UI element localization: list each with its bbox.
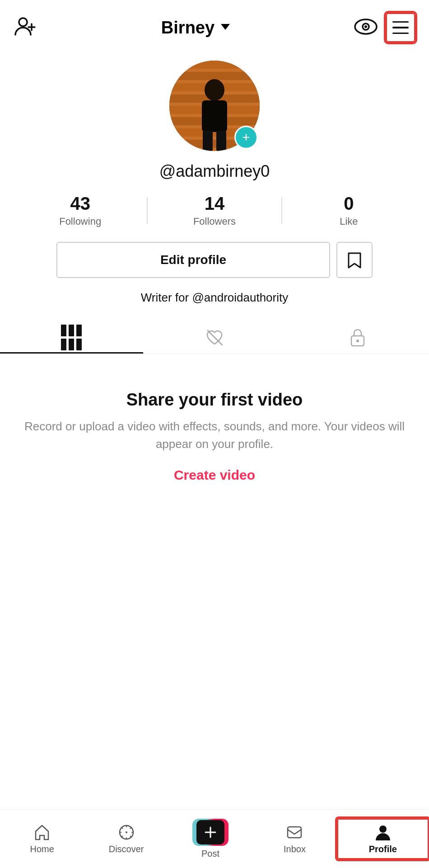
header-title[interactable]: Birney xyxy=(161,18,230,38)
lock-icon xyxy=(350,328,366,347)
profile-icon xyxy=(374,823,392,841)
header-left xyxy=(14,15,37,40)
menu-line-3 xyxy=(392,33,409,34)
profile-section: + @adambirney0 43 Following 14 Followers… xyxy=(0,52,429,321)
bio: Writer for @androidauthority xyxy=(141,291,289,305)
svg-rect-16 xyxy=(202,100,227,132)
likes-count: 0 xyxy=(344,193,354,214)
home-icon xyxy=(33,823,51,841)
menu-line-1 xyxy=(392,21,409,23)
likes-stat[interactable]: 0 Like xyxy=(282,193,415,227)
edit-profile-button[interactable]: Edit profile xyxy=(56,242,330,278)
menu-button[interactable] xyxy=(386,13,415,42)
post-button[interactable] xyxy=(192,819,228,846)
followers-stat[interactable]: 14 Followers xyxy=(148,193,281,227)
tabs-row xyxy=(0,321,429,354)
svg-point-35 xyxy=(379,826,387,833)
share-title: Share your first video xyxy=(14,390,415,410)
post-button-inner xyxy=(196,820,224,844)
menu-line-2 xyxy=(392,27,409,28)
stats-row: 43 Following 14 Followers 0 Like xyxy=(14,193,415,227)
svg-point-15 xyxy=(205,79,224,101)
grid-icon xyxy=(61,325,82,350)
nav-home-label: Home xyxy=(30,844,54,854)
header-username: Birney xyxy=(161,18,214,38)
svg-rect-7 xyxy=(169,61,260,69)
chevron-down-icon xyxy=(221,24,230,30)
followers-count: 14 xyxy=(205,193,225,214)
discover-icon xyxy=(117,823,135,841)
add-user-icon[interactable] xyxy=(14,15,37,40)
svg-point-0 xyxy=(19,18,27,26)
likes-label: Like xyxy=(340,216,358,227)
avatar-wrapper: + xyxy=(169,61,260,151)
liked-icon xyxy=(205,329,224,346)
share-description: Record or upload a video with effects, s… xyxy=(14,418,415,453)
tab-private[interactable] xyxy=(286,321,429,354)
svg-rect-34 xyxy=(288,827,301,838)
username: @adambirney0 xyxy=(159,162,270,181)
eye-icon[interactable] xyxy=(354,19,378,37)
header: Birney xyxy=(0,0,429,52)
following-stat[interactable]: 43 Following xyxy=(14,193,147,227)
svg-rect-8 xyxy=(169,72,260,80)
tab-videos[interactable] xyxy=(0,321,143,354)
nav-profile[interactable]: Profile xyxy=(337,818,429,859)
nav-post[interactable]: Post xyxy=(168,819,252,859)
bookmark-button[interactable] xyxy=(336,242,373,278)
svg-point-21 xyxy=(356,340,359,342)
following-count: 43 xyxy=(70,193,90,214)
content-area: Share your first video Record or upload … xyxy=(0,354,429,483)
action-row: Edit profile xyxy=(56,242,373,278)
nav-post-label: Post xyxy=(201,849,219,859)
followers-label: Followers xyxy=(193,216,236,227)
tab-liked[interactable] xyxy=(143,321,286,354)
create-video-button[interactable]: Create video xyxy=(174,467,255,483)
svg-point-23 xyxy=(126,831,127,833)
following-label: Following xyxy=(59,216,101,227)
svg-rect-17 xyxy=(203,131,213,151)
nav-inbox-label: Inbox xyxy=(284,844,306,854)
nav-home[interactable]: Home xyxy=(0,823,84,854)
svg-point-5 xyxy=(364,25,367,28)
bottom-nav: Home Discover Post xyxy=(0,809,429,868)
nav-discover[interactable]: Discover xyxy=(84,823,168,854)
inbox-icon xyxy=(285,823,303,841)
svg-rect-18 xyxy=(216,131,226,151)
avatar-add-button[interactable]: + xyxy=(234,126,258,149)
nav-discover-label: Discover xyxy=(109,844,144,854)
header-right xyxy=(354,13,415,42)
nav-inbox[interactable]: Inbox xyxy=(252,823,336,854)
nav-profile-label: Profile xyxy=(369,844,397,854)
